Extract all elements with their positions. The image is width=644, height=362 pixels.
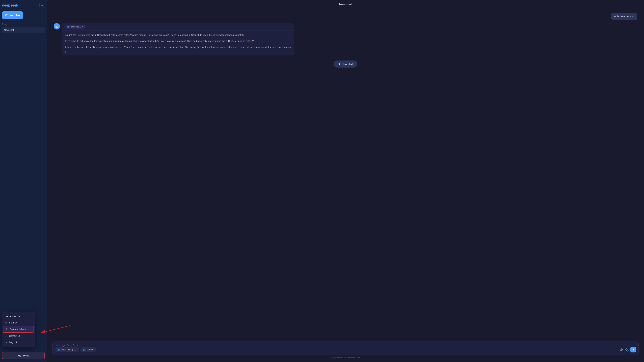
my-profile-button[interactable]: My Profile — [2, 352, 45, 359]
deepthink-label: DeepThink (R1) — [61, 349, 76, 351]
message-input-box[interactable]: Message DeepSeek 🔵 DeepThink (R1) 🌐 Sear… — [52, 341, 639, 355]
contact-icon: ✈ — [5, 334, 7, 337]
thinking-label: Thinking... — [71, 25, 81, 28]
logout-icon: ↪ — [5, 341, 7, 344]
delete-chats-label: Delete all chats — [10, 328, 26, 331]
disclaimer: AI-generated, for reference only — [52, 356, 639, 359]
avatar: 🐋 — [54, 23, 60, 29]
thinking-para-1: Alright, the user greeted me in Spanish … — [65, 33, 292, 37]
settings-label: Settings — [9, 321, 18, 324]
input-left-actions: 🔵 DeepThink (R1) 🌐 Search — [55, 347, 96, 352]
new-chat-label: New chat — [9, 14, 20, 17]
input-box-wrapper: Message DeepSeek 🔵 DeepThink (R1) 🌐 Sear… — [52, 341, 639, 355]
thinking-header: 🔵 Thinking... ∧ — [62, 23, 294, 30]
chat-area: Hola cómo estás? 🐋 🔵 Thinking... ∧ Alrig… — [47, 9, 644, 339]
deepthink-toggle[interactable]: 🔵 DeepThink (R1) — [55, 347, 79, 352]
sidebar: deepseek ⊟ ↺ New chat Today New chat ···… — [0, 0, 47, 362]
trash-icon: 🗑 — [5, 328, 8, 331]
input-right-actions: ⏻ 📎 ■ — [620, 347, 636, 353]
context-menu-settings[interactable]: ⚙ Settings — [2, 320, 34, 326]
context-menu-delete-chats[interactable]: 🗑 Delete all chats — [3, 326, 34, 333]
center-refresh-icon: ↺ — [338, 62, 340, 65]
new-chat-button[interactable]: ↺ New chat — [2, 11, 23, 19]
gear-icon: ⚙ — [5, 321, 7, 324]
context-menu: Game Box On! ⚙ Settings 🗑 Delete all cha… — [2, 312, 35, 347]
refresh-icon: ↺ — [5, 13, 8, 17]
main-content: New chat Hola cómo estás? 🐋 🔵 Thinking..… — [47, 0, 644, 362]
page-title: New chat — [47, 0, 644, 9]
sidebar-toggle-button[interactable]: ⊟ — [40, 3, 45, 8]
logout-label: Log out — [9, 341, 17, 344]
send-button[interactable]: ■ — [630, 347, 636, 353]
search-toggle[interactable]: 🌐 Search — [80, 347, 96, 352]
chat-item-label: New chat — [4, 29, 14, 31]
thinking-badge[interactable]: 🔵 Thinking... ∧ — [65, 25, 86, 29]
deepthink-icon: 🔵 — [57, 349, 60, 351]
globe-icon: 🌐 — [83, 349, 86, 351]
sidebar-toggle-icon: ⊟ — [41, 4, 43, 7]
chat-item-menu-dots[interactable]: ··· — [40, 28, 43, 31]
power-icon[interactable]: ⏻ — [620, 348, 623, 352]
thinking-para-2: First, I should acknowledge their greeti… — [65, 39, 292, 43]
ai-message: 🐋 🔵 Thinking... ∧ Alright, the user gree… — [54, 23, 637, 55]
context-menu-logout[interactable]: ↪ Log out — [2, 339, 34, 346]
logo: deepseek — [2, 3, 18, 7]
search-label: Search — [86, 349, 94, 351]
contact-label: Contact us — [9, 335, 20, 337]
thinking-para-3: I should make sure the spelling and acce… — [65, 45, 292, 49]
input-bottom-row: 🔵 DeepThink (R1) 🌐 Search ⏻ 📎 ■ — [55, 347, 636, 353]
sidebar-header: deepseek ⊟ — [2, 3, 45, 8]
context-menu-contact[interactable]: ✈ Contact us — [2, 333, 34, 339]
attach-icon[interactable]: 📎 — [624, 348, 629, 352]
chat-history-item[interactable]: New chat ··· — [2, 27, 45, 33]
user-message: Hola cómo estás? — [611, 13, 637, 20]
thinking-text: Alright, the user greeted me in Spanish … — [62, 30, 294, 50]
center-new-chat-label: New chat — [342, 63, 353, 65]
deepseek-icon: 🔵 — [67, 25, 70, 28]
send-icon: ■ — [632, 348, 634, 351]
center-new-chat-area: ↺ New chat — [54, 59, 637, 70]
input-placeholder: Message DeepSeek — [56, 344, 78, 347]
context-menu-top-label: Game Box On! — [2, 314, 34, 320]
center-new-chat-button[interactable]: ↺ New chat — [334, 60, 358, 67]
chevron-up-icon: ∧ — [82, 25, 84, 28]
today-label: Today — [2, 23, 45, 25]
ai-bubble: 🔵 Thinking... ∧ Alright, the user greete… — [62, 23, 294, 55]
input-area: Message DeepSeek 🔵 DeepThink (R1) 🌐 Sear… — [47, 339, 644, 362]
ai-avatar-icon: 🐋 — [55, 24, 59, 28]
thinking-cursor: ) — [62, 50, 294, 55]
